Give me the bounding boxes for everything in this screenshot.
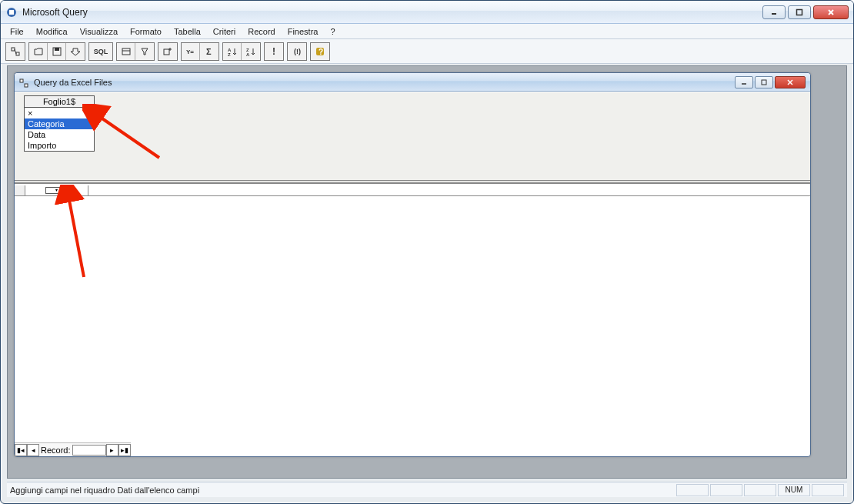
svg-rect-10 xyxy=(55,48,59,51)
svg-rect-26 xyxy=(20,79,23,82)
svg-text:?: ? xyxy=(319,48,323,56)
svg-rect-3 xyxy=(797,9,802,15)
query-icon xyxy=(19,77,30,88)
show-tables-button[interactable] xyxy=(117,43,135,60)
record-first-button[interactable]: ▮◂ xyxy=(15,444,27,456)
sql-button[interactable]: SQL xyxy=(89,43,112,60)
svg-rect-1 xyxy=(9,10,14,15)
svg-rect-6 xyxy=(12,48,15,51)
field-item-data[interactable]: Data xyxy=(25,129,94,140)
svg-line-8 xyxy=(15,49,16,54)
query-child-window: Query da Excel Files Foglio1$ × Categori… xyxy=(14,72,811,457)
status-indicator-2 xyxy=(710,484,742,496)
menu-finestra[interactable]: Finestra xyxy=(282,25,325,38)
maximize-button[interactable] xyxy=(788,5,811,19)
child-close-button[interactable] xyxy=(775,76,806,88)
show-criteria-button[interactable] xyxy=(135,43,154,60)
pane-divider[interactable] xyxy=(15,180,810,183)
tables-pane: Foglio1$ × Categoria Data Importo xyxy=(15,92,810,184)
svg-rect-7 xyxy=(16,52,19,55)
mdi-client-area: Query da Excel Files Foglio1$ × Categori… xyxy=(7,65,847,479)
svg-rect-29 xyxy=(762,80,766,85)
svg-text:A: A xyxy=(246,52,250,57)
main-window-controls xyxy=(762,5,849,19)
status-indicator-1 xyxy=(676,484,709,496)
sort-desc-button[interactable]: ZA xyxy=(242,43,260,60)
svg-text:Σ: Σ xyxy=(206,47,212,56)
auto-query-button[interactable]: (!) xyxy=(288,43,306,60)
child-window-controls xyxy=(735,76,806,88)
menu-help[interactable]: ? xyxy=(324,25,341,38)
record-number-input[interactable] xyxy=(72,445,106,456)
menu-file[interactable]: File xyxy=(4,25,30,38)
main-titlebar: Microsoft Query xyxy=(1,1,853,24)
field-item-importo[interactable]: Importo xyxy=(25,140,94,151)
record-last-button[interactable]: ▸▮ xyxy=(118,444,131,456)
column-combo-icon[interactable]: ▾ xyxy=(45,187,68,194)
menu-modifica[interactable]: Modifica xyxy=(30,25,74,38)
help-button[interactable]: ? xyxy=(311,43,329,60)
record-prev-button[interactable]: ◂ xyxy=(27,444,39,456)
field-list: × Categoria Data Importo xyxy=(25,108,94,151)
table-box-foglio1[interactable]: Foglio1$ × Categoria Data Importo xyxy=(24,95,95,152)
svg-text:(!): (!) xyxy=(294,48,301,55)
return-data-button[interactable] xyxy=(66,43,85,60)
svg-rect-11 xyxy=(122,48,130,55)
child-title: Query da Excel Files xyxy=(34,78,735,87)
criteria-equals-button[interactable]: Y= xyxy=(182,43,200,60)
status-text: Aggiungi campi nel riquadro Dati dall'el… xyxy=(10,486,675,495)
app-icon xyxy=(5,6,18,18)
menu-record[interactable]: Record xyxy=(242,25,281,38)
status-indicator-5 xyxy=(812,484,844,496)
child-minimize-button[interactable] xyxy=(735,76,753,88)
toolbar: SQL Y= Σ AZ ZA ! (!) ? xyxy=(1,39,853,64)
menubar: File Modifica Visualizza Formato Tabella… xyxy=(1,24,853,39)
save-button[interactable] xyxy=(48,43,66,60)
child-titlebar: Query da Excel Files xyxy=(15,73,810,92)
totals-button[interactable]: Σ xyxy=(200,43,219,60)
svg-rect-13 xyxy=(164,49,169,55)
svg-text:!: ! xyxy=(272,46,275,57)
svg-text:Z: Z xyxy=(228,52,231,57)
record-next-button[interactable]: ▸ xyxy=(106,444,118,456)
status-indicator-num: NUM xyxy=(778,484,810,496)
svg-rect-27 xyxy=(25,84,28,87)
record-label: Record: xyxy=(39,446,72,455)
table-header[interactable]: Foglio1$ xyxy=(25,96,94,108)
column-header-1[interactable]: ▾ xyxy=(25,185,88,195)
row-selector-corner[interactable] xyxy=(15,185,25,195)
menu-criteri[interactable]: Criteri xyxy=(207,25,242,38)
sort-asc-button[interactable]: AZ xyxy=(223,43,242,60)
new-query-button[interactable] xyxy=(6,43,25,60)
statusbar: Aggiungi campi nel riquadro Dati dall'el… xyxy=(7,482,847,497)
menu-tabella[interactable]: Tabella xyxy=(168,25,207,38)
menu-formato[interactable]: Formato xyxy=(124,25,168,38)
field-item-categoria[interactable]: Categoria xyxy=(25,118,94,129)
status-indicator-3 xyxy=(744,484,776,496)
main-window: Microsoft Query File Modifica Visualizza… xyxy=(0,0,854,504)
open-button[interactable] xyxy=(29,43,48,60)
field-item-all[interactable]: × xyxy=(25,108,94,118)
grid-header-row: ▾ xyxy=(15,185,810,196)
main-title: Microsoft Query xyxy=(22,7,762,18)
minimize-button[interactable] xyxy=(762,5,786,19)
data-grid-pane: ▾ xyxy=(15,185,810,441)
add-table-button[interactable] xyxy=(158,43,177,60)
run-query-button[interactable]: ! xyxy=(265,43,283,60)
close-button[interactable] xyxy=(813,5,849,19)
menu-visualizza[interactable]: Visualizza xyxy=(74,25,124,38)
child-maximize-button[interactable] xyxy=(755,76,773,88)
svg-text:Y=: Y= xyxy=(186,48,194,55)
record-nav-bar: ▮◂ ◂ Record: ▸ ▸▮ xyxy=(15,442,131,456)
